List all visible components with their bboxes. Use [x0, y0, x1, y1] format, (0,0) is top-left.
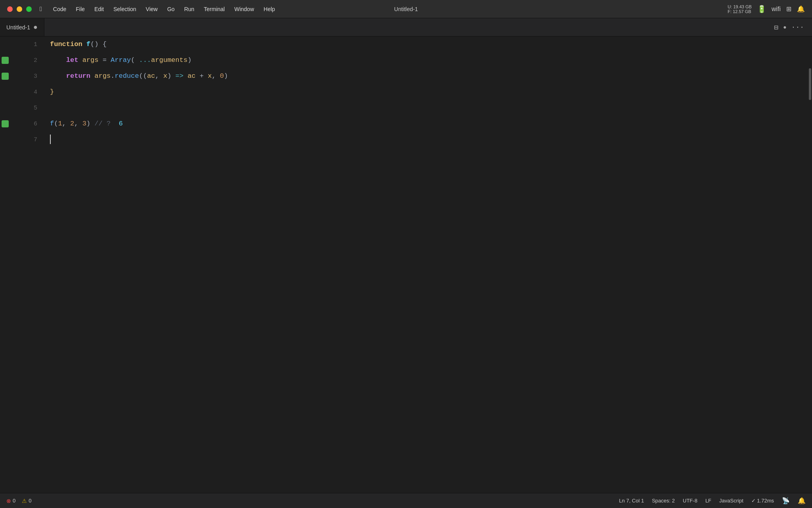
debug-dot-3[interactable] [2, 73, 9, 80]
control-center-icon: ⊞ [786, 5, 791, 13]
code-line-3: return args . reduce (( ac , x ) => ac +… [50, 68, 808, 84]
menu-window[interactable]: Window [230, 4, 258, 14]
gutter-line-3 [0, 68, 24, 84]
close-button[interactable] [7, 6, 13, 12]
warning-icon: ⚠ [22, 498, 27, 504]
battery-icon: 🔋 [757, 5, 766, 13]
error-count[interactable]: ⊗ 0 [6, 498, 15, 504]
close-brace: } [50, 84, 54, 100]
code-line-2: let args = Array ( ... arguments ) [50, 52, 808, 68]
cursor-position[interactable]: Ln 7, Col 1 [619, 498, 644, 504]
tab-icons: ⊟ ● ··· [774, 23, 812, 32]
status-left: ⊗ 0 ⚠ 0 [6, 498, 31, 504]
line-numbers: 1 2 3 4 5 6 7 [24, 37, 44, 493]
broadcast-icon[interactable]: 📡 [782, 497, 790, 504]
num-3: 3 [82, 116, 86, 132]
fn-array: Array [111, 52, 131, 68]
status-right: Ln 7, Col 1 Spaces: 2 UTF-8 LF JavaScrip… [619, 497, 806, 504]
minimize-button[interactable] [17, 6, 22, 12]
code-line-6: f ( 1 , 2 , 3 ) // ? 6 [50, 116, 808, 132]
title-bar:  Code File Edit Selection View Go Run T… [0, 0, 812, 18]
num-zero: 0 [220, 68, 224, 84]
param-ac: ac [147, 68, 155, 84]
result-ac: ac [188, 68, 195, 84]
error-icon: ⊗ [6, 498, 11, 504]
timing: ✓ 1.72ms [751, 498, 774, 504]
menu-terminal[interactable]: Terminal [200, 4, 229, 14]
debug-dot-6[interactable] [2, 120, 9, 127]
sys-info: U: 19.43 GB F: 12.57 GB [728, 4, 752, 14]
used-ram: U: 19.43 GB [728, 4, 752, 9]
indentation[interactable]: Spaces: 2 [652, 498, 675, 504]
line-num-4: 4 [24, 84, 44, 100]
param-arguments: arguments [151, 52, 188, 68]
var-args: args [82, 52, 99, 68]
menu-selection[interactable]: Selection [109, 4, 140, 14]
wifi-icon: wifi [772, 6, 781, 13]
warning-count[interactable]: ⚠ 0 [22, 498, 31, 504]
editor: 1 2 3 4 5 6 7 function f () { let args =… [0, 37, 812, 493]
scrollbar[interactable] [808, 37, 812, 493]
gutter-line-6 [0, 116, 24, 132]
line-num-3: 3 [24, 68, 44, 84]
bell-icon[interactable]: 🔔 [798, 497, 806, 504]
encoding[interactable]: UTF-8 [683, 498, 697, 504]
num-2: 2 [70, 116, 74, 132]
menu-run[interactable]: Run [180, 4, 198, 14]
line-num-5: 5 [24, 100, 44, 116]
debug-dot-2[interactable] [2, 57, 9, 64]
spread-op: ... [139, 52, 151, 68]
menu-code[interactable]: Code [49, 4, 70, 14]
tab-modified-dot: ● [33, 23, 38, 31]
line-ending[interactable]: LF [705, 498, 711, 504]
kw-let: let [66, 52, 79, 68]
gutter-line-1 [0, 37, 24, 52]
code-line-5 [50, 100, 808, 116]
fn-call-f: f [50, 116, 54, 132]
menu-bar:  Code File Edit Selection View Go Run T… [36, 4, 728, 14]
cursor [50, 135, 51, 144]
line-num-2: 2 [24, 52, 44, 68]
notification-icon: 🔔 [797, 5, 805, 13]
apple-menu[interactable]:  [36, 4, 46, 14]
menu-file[interactable]: File [72, 4, 89, 14]
gutter-line-7 [0, 132, 24, 148]
titlebar-right: U: 19.43 GB F: 12.57 GB 🔋 wifi ⊞ 🔔 [728, 4, 812, 14]
code-line-1: function f () { [50, 37, 808, 52]
kw-function: function [50, 37, 82, 52]
gutter-line-2 [0, 52, 24, 68]
split-editor-icon[interactable]: ⊟ [774, 23, 778, 32]
traffic-lights [0, 6, 32, 12]
status-bar: ⊗ 0 ⚠ 0 Ln 7, Col 1 Spaces: 2 UTF-8 LF J… [0, 493, 812, 508]
language-mode[interactable]: JavaScript [719, 498, 743, 504]
var-args-ref: args [94, 68, 111, 84]
tab-bar: Untitled-1 ● ⊟ ● ··· [0, 18, 812, 37]
kw-return: return [66, 68, 90, 84]
line-num-7: 7 [24, 132, 44, 148]
tab-untitled[interactable]: Untitled-1 ● [0, 18, 44, 36]
menu-help[interactable]: Help [260, 4, 279, 14]
num-1: 1 [58, 116, 62, 132]
line-num-1: 1 [24, 37, 44, 52]
scrollbar-thumb[interactable] [809, 68, 811, 100]
menu-go[interactable]: Go [163, 4, 179, 14]
tab-label: Untitled-1 [6, 24, 30, 31]
comment: // ? [94, 116, 111, 132]
line-num-6: 6 [24, 116, 44, 132]
method-reduce: reduce [115, 68, 139, 84]
maximize-button[interactable] [26, 6, 32, 12]
code-area[interactable]: function f () { let args = Array ( ... a… [44, 37, 808, 493]
more-actions-icon[interactable]: ··· [791, 23, 804, 31]
menu-edit[interactable]: Edit [90, 4, 108, 14]
result-value: 6 [119, 116, 123, 132]
debug-gutter [0, 37, 24, 493]
window-title: Untitled-1 [394, 6, 418, 12]
arrow-fn: => [175, 68, 183, 84]
result-x: x [208, 68, 212, 84]
gutter-line-5 [0, 100, 24, 116]
menu-view[interactable]: View [142, 4, 162, 14]
param-x: x [163, 68, 167, 84]
code-line-7 [50, 132, 808, 148]
free-ram: F: 12.57 GB [728, 9, 751, 14]
gutter-line-4 [0, 84, 24, 100]
